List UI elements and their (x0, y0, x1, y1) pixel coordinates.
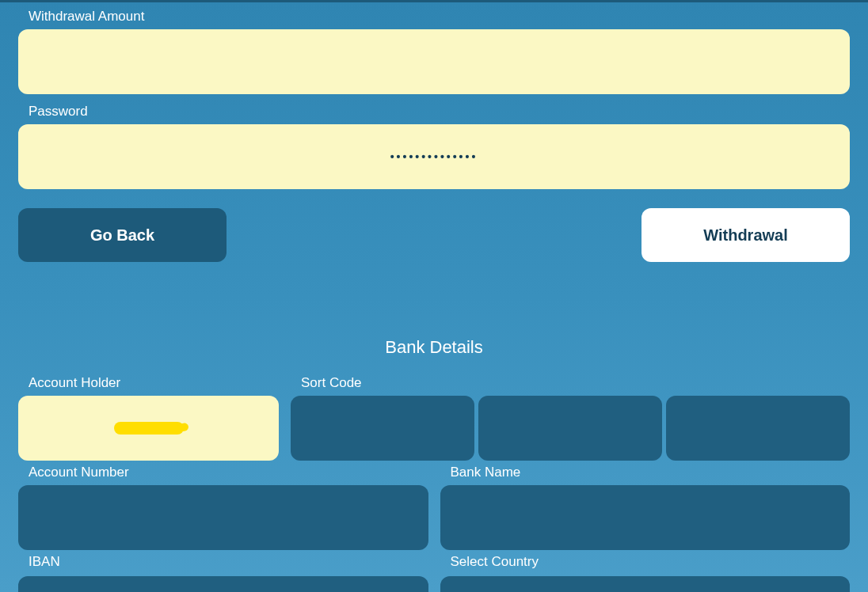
bank-name-input[interactable] (440, 485, 851, 550)
account-number-input[interactable] (18, 485, 428, 550)
withdrawal-amount-group: Withdrawal Amount (18, 9, 850, 94)
account-number-label: Account Number (18, 465, 428, 480)
sort-code-input-3[interactable] (666, 396, 850, 461)
select-country-input[interactable] (440, 576, 851, 592)
password-input[interactable]: •••••••••••••• (18, 124, 850, 189)
select-country-label: Select Country (440, 554, 851, 570)
withdrawal-amount-input[interactable] (18, 29, 850, 94)
account-holder-input-wrapper (18, 396, 279, 461)
iban-input[interactable] (18, 576, 428, 592)
iban-label: IBAN (18, 554, 428, 570)
go-back-button[interactable]: Go Back (18, 208, 227, 262)
bank-details-title: Bank Details (18, 337, 850, 358)
redaction-mark (114, 422, 184, 435)
bank-name-label: Bank Name (440, 465, 851, 480)
withdrawal-amount-label: Withdrawal Amount (18, 9, 850, 25)
sort-code-row (291, 396, 850, 461)
sort-code-input-1[interactable] (291, 396, 474, 461)
password-label: Password (18, 104, 850, 120)
password-group: Password •••••••••••••• (18, 104, 850, 189)
account-holder-label: Account Holder (18, 375, 279, 391)
sort-code-input-2[interactable] (478, 396, 662, 461)
button-row: Go Back Withdrawal (18, 208, 850, 262)
withdrawal-button[interactable]: Withdrawal (641, 208, 850, 262)
sort-code-label: Sort Code (291, 375, 850, 391)
